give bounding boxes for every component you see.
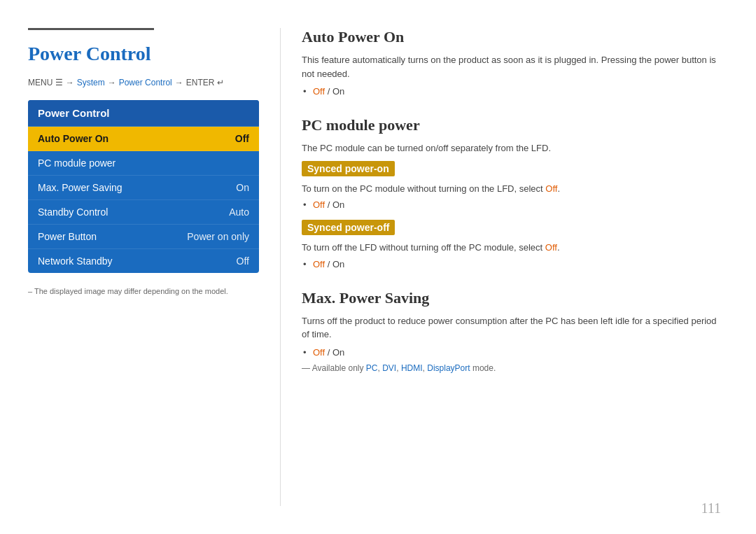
- menu-item-label: Auto Power On: [38, 133, 108, 144]
- bullet-list-auto-power-on: Off / On: [302, 86, 721, 97]
- bullet-item: Off / On: [313, 199, 721, 210]
- link-hdmi: HDMI: [401, 363, 423, 373]
- on-label: On: [332, 86, 344, 97]
- link-pc: PC: [366, 363, 378, 373]
- menu-box: Power Control Auto Power On Off PC modul…: [28, 100, 259, 273]
- breadcrumb-system: System: [77, 78, 105, 87]
- menu-item-auto-power-on[interactable]: Auto Power On Off: [28, 127, 259, 151]
- bullet-item: Off / On: [313, 86, 721, 97]
- menu-item-standby-control[interactable]: Standby Control Auto: [28, 200, 259, 225]
- sub-desc-synced-power-on: To turn on the PC module without turning…: [302, 182, 721, 196]
- menu-item-network-standby[interactable]: Network Standby Off: [28, 249, 259, 273]
- bullet-list-synced-power-off: Off / On: [302, 259, 721, 269]
- section-max-power-saving: Max. Power Saving Turns off the product …: [302, 289, 721, 373]
- off-label: Off: [313, 347, 325, 358]
- breadcrumb-menu: MENU ☰: [28, 78, 63, 87]
- breadcrumb-enter: ENTER ↵: [186, 78, 224, 87]
- link-dvi: DVI: [382, 363, 396, 373]
- on-label: On: [332, 199, 344, 210]
- breadcrumb: MENU ☰ → System → Power Control → ENTER …: [28, 78, 259, 87]
- page-title: Power Control: [28, 43, 259, 65]
- menu-item-label: Power Button: [38, 231, 97, 242]
- bullet-list-max-power-saving: Off / On: [302, 347, 721, 358]
- sub-desc-synced-power-off: To turn off the LFD without turning off …: [302, 241, 721, 255]
- menu-item-value: Off: [237, 255, 249, 267]
- page-number: 111: [701, 500, 721, 517]
- bullet-list-synced-power-on: Off / On: [302, 199, 721, 210]
- available-note: ― Available only PC, DVI, HDMI, DisplayP…: [302, 363, 721, 373]
- section-title-max-power-saving: Max. Power Saving: [302, 289, 721, 307]
- menu-item-value: Auto: [229, 206, 249, 218]
- off-label: Off: [313, 199, 325, 210]
- off-label: Off: [313, 86, 325, 97]
- bullet-item: Off / On: [313, 347, 721, 358]
- menu-item-value: Power on only: [187, 231, 249, 242]
- menu-item-max-power-saving[interactable]: Max. Power Saving On: [28, 176, 259, 200]
- menu-item-power-button[interactable]: Power Button Power on only: [28, 225, 259, 249]
- section-desc-pc-module-power: The PC module can be turned on/off separ…: [302, 141, 721, 155]
- breadcrumb-powercontrol: Power Control: [119, 78, 172, 87]
- menu-item-value: Off: [235, 133, 249, 144]
- on-label: On: [332, 347, 344, 358]
- off-label: Off: [313, 259, 325, 269]
- image-note: – The displayed image may differ dependi…: [28, 287, 259, 295]
- subsection-synced-power-off: Synced power-off To turn off the LFD wit…: [302, 220, 721, 269]
- link-displayport: DisplayPort: [427, 363, 470, 373]
- section-pc-module-power: PC module power The PC module can be tur…: [302, 116, 721, 269]
- subsection-synced-power-on: Synced power-on To turn on the PC module…: [302, 161, 721, 211]
- right-panel: Auto Power On This feature automatically…: [280, 28, 721, 506]
- menu-item-label: Network Standby: [38, 255, 113, 267]
- section-title-pc-module-power: PC module power: [302, 116, 721, 134]
- menu-item-pc-module-power[interactable]: PC module power: [28, 151, 259, 176]
- section-auto-power-on: Auto Power On This feature automatically…: [302, 28, 721, 97]
- on-label: On: [332, 259, 344, 269]
- menu-header: Power Control: [28, 100, 259, 127]
- bullet-item: Off / On: [313, 259, 721, 269]
- section-desc-auto-power-on: This feature automatically turns on the …: [302, 53, 721, 80]
- section-title-auto-power-on: Auto Power On: [302, 28, 721, 46]
- top-line: [28, 28, 154, 30]
- menu-item-label: PC module power: [38, 157, 115, 169]
- subsection-title-synced-power-on: Synced power-on: [302, 161, 395, 176]
- menu-item-label: Standby Control: [38, 206, 108, 218]
- section-desc-max-power-saving: Turns off the product to reduce power co…: [302, 314, 721, 342]
- subsection-title-synced-power-off: Synced power-off: [302, 220, 395, 235]
- left-panel: Power Control MENU ☰ → System → Power Co…: [28, 28, 280, 506]
- menu-item-value: On: [236, 182, 249, 193]
- menu-item-label: Max. Power Saving: [38, 182, 122, 193]
